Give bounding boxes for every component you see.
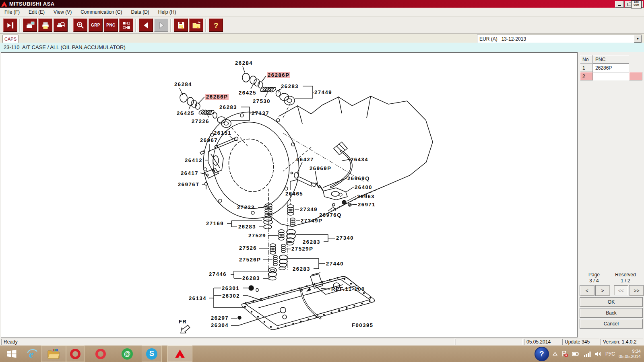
part-label-26283[interactable]: 26283 — [303, 239, 320, 245]
part-label-26976Q[interactable]: 26976Q — [319, 212, 342, 218]
part-label-27526[interactable]: 27526 — [239, 245, 257, 251]
part-label-27449[interactable]: 27449 — [314, 89, 332, 95]
menu-item-edit[interactable]: Edit (E) — [24, 8, 49, 16]
pnc-toolbar-button[interactable]: PNC — [104, 19, 118, 32]
part-label-26400[interactable]: 26400 — [355, 184, 372, 190]
ok-button[interactable]: OK — [580, 297, 643, 307]
back-button[interactable]: Back — [580, 308, 643, 318]
part-label-26304[interactable]: 26304 — [211, 322, 229, 328]
part-label-26412[interactable]: 26412 — [185, 157, 202, 163]
reserved-next-button[interactable]: >> — [629, 285, 644, 296]
taskbar-item-mailru-agent[interactable]: @ — [118, 346, 137, 362]
part-label-26465[interactable]: 26465 — [285, 191, 303, 197]
help-toolbar-button[interactable]: ? — [209, 19, 223, 32]
menu-item-help[interactable]: Help (H) — [154, 8, 181, 16]
part-label-REF.11-100[interactable]: REF.11-100 — [331, 286, 365, 292]
row-number-cell[interactable]: 2 — [580, 72, 593, 80]
tab-caps[interactable]: CAPS — [2, 35, 19, 43]
part-label-27349[interactable]: 27349 — [300, 206, 318, 212]
reserved-prev-button[interactable]: << — [614, 285, 629, 296]
part-label-26286P[interactable]: 26286P — [267, 72, 290, 78]
part-label-27440[interactable]: 27440 — [326, 261, 344, 267]
part-label-26425[interactable]: 26425 — [177, 110, 194, 116]
toolbar-separator — [205, 19, 207, 32]
part-label-27529P[interactable]: 27529P — [291, 246, 313, 252]
part-label-26286P[interactable]: 26286P — [205, 94, 229, 100]
action-center-flag-icon[interactable] — [561, 350, 568, 358]
menu-item-communication[interactable]: Communication (C) — [76, 8, 126, 16]
pnc-cell[interactable]: 26286P — [593, 64, 629, 72]
part-label-26971[interactable]: 26971 — [358, 202, 376, 208]
menu-item-file[interactable]: File (F) — [0, 8, 24, 16]
zoom-toolbar-button[interactable] — [73, 19, 87, 32]
print-setup-toolbar-button[interactable] — [23, 19, 37, 32]
part-label-26283[interactable]: 26283 — [238, 224, 256, 230]
taskbar-item-skype[interactable]: S — [142, 346, 162, 362]
cancel-button[interactable]: Cancel — [580, 319, 643, 329]
part-label-26301[interactable]: 26301 — [222, 285, 239, 291]
part-label-27530[interactable]: 27530 — [253, 98, 270, 104]
part-label-27169[interactable]: 27169 — [206, 220, 224, 226]
print-toolbar-button[interactable] — [38, 19, 52, 32]
skype-icon: S — [146, 348, 157, 360]
part-label-26302[interactable]: 26302 — [222, 293, 240, 299]
menu-item-view[interactable]: View (V) — [49, 8, 76, 16]
part-label-27340[interactable]: 27340 — [336, 235, 354, 241]
print-preview-toolbar-button[interactable] — [54, 19, 68, 32]
part-label-27226[interactable]: 27226 — [192, 118, 209, 124]
part-label-26969P[interactable]: 26969P — [310, 165, 331, 171]
load-toolbar-button[interactable] — [189, 19, 203, 32]
save-toolbar-button[interactable] — [174, 19, 188, 32]
part-label-26151[interactable]: 26151 — [214, 130, 231, 136]
part-label-27526P[interactable]: 27526P — [239, 257, 261, 263]
row-number-cell[interactable]: 1 — [580, 64, 593, 72]
part-label-27223[interactable]: 27223 — [237, 204, 255, 210]
part-label-26434[interactable]: 26434 — [351, 156, 368, 162]
taskbar-item-explorer[interactable] — [41, 346, 66, 362]
part-label-26417[interactable]: 26417 — [181, 170, 198, 176]
part-label-26427[interactable]: 26427 — [296, 156, 314, 162]
hidden-icons-chevron[interactable] — [553, 352, 557, 356]
part-label-27349P[interactable]: 27349P — [301, 218, 322, 224]
part-label-26976T[interactable]: 26976T — [178, 181, 200, 187]
taskbar-item-opera[interactable] — [66, 346, 85, 362]
start-button[interactable] — [0, 346, 23, 362]
part-label-27446[interactable]: 27446 — [209, 271, 227, 277]
part-label-26284[interactable]: 26284 — [174, 81, 192, 87]
part-label-26967[interactable]: 26967 — [200, 137, 218, 143]
chevron-down-icon[interactable]: ▼ — [634, 35, 642, 43]
clock[interactable]: 9:34 05.05.2014 — [619, 349, 641, 359]
part-label-26969Q[interactable]: 26969Q — [347, 175, 370, 181]
part-label-26134[interactable]: 26134 — [189, 295, 206, 301]
part-label-26283[interactable]: 26283 — [293, 266, 310, 272]
part-label-26425[interactable]: 26425 — [239, 90, 256, 96]
page-prev-button[interactable]: < — [580, 285, 594, 296]
region-dropdown[interactable]: EUR (A) 13-12-2013 ▼ — [477, 35, 642, 43]
part-label-26297[interactable]: 26297 — [211, 315, 229, 321]
part-label-26283[interactable]: 26283 — [242, 275, 260, 281]
grp-toolbar-button[interactable]: GRP — [89, 19, 103, 32]
part-label-26284[interactable]: 26284 — [235, 60, 253, 66]
part-label-26283[interactable]: 26283 — [281, 83, 299, 89]
exit-toolbar-button[interactable] — [3, 19, 17, 32]
page-next-button[interactable]: > — [595, 285, 610, 296]
minimize-button[interactable] — [615, 1, 624, 8]
menu-item-data[interactable]: Data (D) — [127, 8, 154, 16]
help-bubble-icon[interactable]: ? — [535, 347, 549, 361]
part-label-26283[interactable]: 26283 — [219, 104, 237, 110]
taskbar-item-ie[interactable]: e — [23, 346, 41, 362]
battery-icon[interactable] — [572, 351, 580, 357]
volume-icon[interactable] — [594, 351, 602, 357]
taskbar-item-opera-2[interactable] — [90, 346, 111, 362]
part-label-26963[interactable]: 26963 — [357, 193, 375, 200]
network-signal-icon[interactable] — [584, 351, 591, 357]
language-indicator[interactable]: РУС — [605, 351, 615, 357]
back-toolbar-button[interactable] — [139, 19, 153, 32]
forward-toolbar-button[interactable] — [154, 19, 168, 32]
folder-icon — [47, 349, 60, 359]
pnc-cell[interactable] — [593, 72, 629, 80]
taskbar-item-mitsubishi-asa[interactable] — [167, 346, 192, 362]
part-label-27529[interactable]: 27529 — [248, 232, 266, 239]
part-label-27137[interactable]: 27137 — [252, 110, 269, 116]
multi-view-toolbar-button[interactable] — [119, 19, 133, 32]
